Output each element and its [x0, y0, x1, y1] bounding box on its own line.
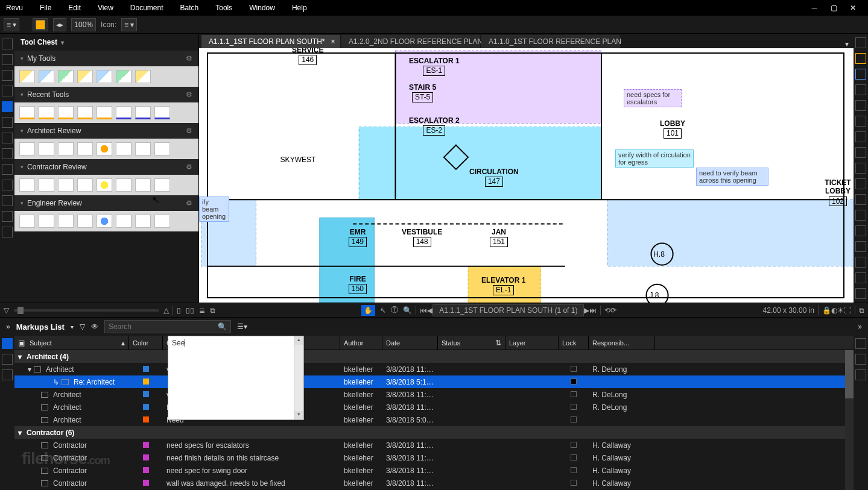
scroll-down-icon[interactable]: ▾ — [294, 411, 303, 419]
icon-style-dropdown[interactable]: ≡ ▾ — [121, 18, 137, 31]
column-header-responsib...[interactable]: Responsib... — [589, 336, 655, 350]
tool-swatch[interactable] — [97, 215, 112, 228]
column-header-author[interactable]: Author — [340, 336, 382, 350]
menu-window[interactable]: Window — [249, 4, 275, 12]
gear-icon[interactable]: ⚙ — [186, 163, 192, 171]
toolchest-title[interactable]: Tool Chest▾ — [14, 34, 198, 51]
layers-icon[interactable] — [2, 86, 13, 96]
markup-group[interactable]: ▾Contractor (6) — [14, 426, 854, 439]
next-page-icon[interactable]: ▶ — [584, 306, 589, 315]
toolchest-section-4[interactable]: ▾Engineer Review⚙ — [14, 195, 198, 211]
spaces-icon[interactable] — [2, 117, 13, 128]
toolchest-icon[interactable] — [2, 101, 13, 112]
zoom-in-icon[interactable]: △ — [163, 306, 169, 315]
text-tool-icon[interactable] — [855, 37, 866, 48]
vertical-scrollbar[interactable] — [845, 350, 854, 490]
markup-annotation[interactable]: need specs for escalators — [624, 89, 682, 107]
first-page-icon[interactable]: ⏮ — [420, 306, 427, 315]
markups-3d-icon[interactable] — [2, 354, 13, 365]
menu-revu[interactable]: Revu — [6, 4, 23, 12]
markup-row[interactable]: ↳ Re: Architectbkelleher3/8/2018 5:12:0.… — [14, 375, 854, 388]
column-header-layer[interactable]: Layer — [505, 336, 559, 350]
tool-swatch[interactable] — [39, 106, 54, 119]
markup-annotation[interactable]: need to verify beam across this opening — [696, 168, 768, 186]
summary-icon[interactable] — [855, 338, 866, 349]
markup-group[interactable]: ▾Architect (4) — [14, 350, 854, 363]
panel-expand-icon[interactable]: » — [6, 322, 10, 331]
menu-help[interactable]: Help — [292, 4, 307, 12]
menu-tools[interactable]: Tools — [215, 4, 232, 12]
markup-row[interactable]: Architectfire robkelleher3/8/2018 11:57:… — [14, 401, 854, 413]
tool-swatch[interactable] — [135, 70, 151, 83]
scroll-up-icon[interactable]: ▴ — [294, 336, 303, 345]
tool-swatch[interactable] — [116, 70, 131, 83]
columns-icon[interactable]: ☰▾ — [237, 322, 247, 331]
fill-color-button[interactable] — [33, 18, 48, 31]
toolchest-section-1[interactable]: ▾Recent Tools⚙ — [14, 87, 198, 102]
tool-swatch[interactable] — [135, 142, 151, 155]
document-tab-0[interactable]: A1.1.1_1ST FLOOR PLAN SOUTH*× — [201, 35, 340, 48]
column-header-lock[interactable]: Lock — [559, 336, 589, 350]
ellipse-tool-icon[interactable] — [855, 241, 866, 252]
weight-stepper[interactable]: ◂▸ — [53, 18, 66, 31]
panel-collapse-icon[interactable]: » — [858, 322, 862, 331]
tool-swatch[interactable] — [154, 142, 170, 155]
markup-row[interactable]: Contractorneed spec for swing doorbkelle… — [14, 464, 854, 477]
markups-list-icon[interactable] — [2, 338, 13, 349]
tool-swatch[interactable] — [39, 178, 54, 192]
tool-swatch[interactable] — [97, 106, 112, 119]
continuous-icon[interactable]: ≣ — [199, 306, 205, 315]
forms-icon[interactable] — [2, 180, 13, 190]
gear-icon[interactable]: ⚙ — [186, 90, 192, 99]
arc-tool-icon[interactable] — [855, 225, 866, 236]
search-icon[interactable]: 🔍 — [218, 322, 227, 331]
profile-dropdown[interactable]: ≡ ▾ — [4, 18, 19, 31]
thumbnails-icon[interactable] — [2, 39, 13, 49]
popup-scrollbar[interactable]: ▴ ▾ — [294, 336, 303, 419]
gear-icon[interactable]: ⚙ — [186, 127, 192, 135]
lock-icon[interactable]: 🔒 — [822, 306, 831, 315]
tool-swatch[interactable] — [19, 215, 35, 228]
panel-toggle-icon[interactable]: ⧉ — [859, 306, 864, 315]
tool-swatch[interactable] — [154, 106, 170, 119]
menu-edit[interactable]: Edit — [68, 4, 81, 12]
gear-icon[interactable]: ⚙ — [186, 199, 192, 207]
tool-swatch[interactable] — [58, 142, 74, 155]
dim-tool-icon[interactable] — [855, 178, 866, 189]
document-tab-1[interactable]: A1.2.0_2ND FLOOR REFERENCE PLAN — [341, 35, 480, 48]
search-input[interactable] — [109, 322, 218, 331]
markups-flags-icon[interactable] — [2, 369, 13, 380]
arrow-tool-icon[interactable] — [855, 272, 866, 283]
menu-batch[interactable]: Batch — [180, 4, 199, 12]
tool-swatch[interactable] — [19, 106, 35, 119]
tool-swatch[interactable] — [77, 70, 93, 83]
shape-tool-icon[interactable] — [855, 100, 866, 111]
markups-search[interactable]: 🔍 — [104, 320, 231, 333]
tool-swatch[interactable] — [58, 70, 74, 83]
toolchest-section-0[interactable]: ▾My Tools⚙ — [14, 51, 198, 66]
tool-swatch[interactable] — [97, 178, 112, 192]
pen-tool-icon[interactable] — [855, 69, 866, 80]
callout-tool-icon[interactable] — [855, 116, 866, 127]
drawing-canvas[interactable]: SKYWEST H.8 J.8 ESCALATOR 1ES-1STAIR 5ST… — [199, 48, 854, 303]
toolchest-section-3[interactable]: ▾Contractor Review⚙ — [14, 159, 198, 175]
tool-swatch[interactable] — [58, 215, 74, 228]
highlight-tool-icon[interactable] — [855, 53, 866, 64]
sets-icon[interactable] — [2, 195, 13, 206]
page-indicator[interactable]: A1.1.1_1ST FLOOR PLAN SOUTH (1 of 1) — [432, 304, 584, 316]
tool-swatch[interactable] — [135, 178, 151, 192]
single-page-icon[interactable]: ▯ — [177, 306, 181, 315]
filter-icon[interactable]: ▽ — [80, 322, 85, 331]
stamp-tool-icon[interactable] — [855, 131, 866, 142]
tabs-overflow-chevron[interactable]: ▾ — [840, 40, 854, 48]
two-page-icon[interactable]: ▯▯ — [186, 306, 194, 315]
markup-row[interactable]: Contractorneed finish details on this st… — [14, 451, 854, 464]
tool-swatch[interactable] — [58, 106, 74, 119]
markup-row[interactable]: ArchitectNeedbkelleher3/8/2018 5:09:0... — [14, 413, 854, 426]
tool-swatch[interactable] — [19, 70, 35, 83]
tool-swatch[interactable] — [116, 215, 131, 228]
search-panel-icon[interactable] — [2, 164, 13, 175]
window-close-icon[interactable]: ✕ — [849, 4, 857, 12]
studio-icon[interactable] — [2, 133, 13, 143]
tool-swatch[interactable] — [97, 70, 112, 83]
